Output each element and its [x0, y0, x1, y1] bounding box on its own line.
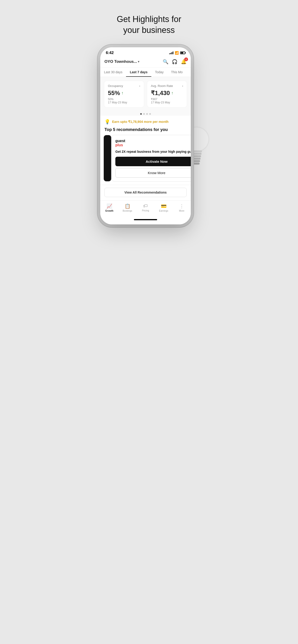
page-title: Get Highlights for your business [117, 14, 181, 36]
dot-1 [140, 113, 142, 115]
more-icon: ⋮ [179, 203, 184, 209]
notification-badge: 2 [184, 58, 188, 61]
pricing-icon: 🏷 [143, 203, 148, 209]
status-icons: 📶 [169, 51, 185, 55]
tab-today[interactable]: Today [151, 68, 167, 77]
growth-label: Growth [105, 210, 114, 212]
earnings-label: Earnings [159, 210, 168, 212]
phone-frame: 6:42 📶 OYO Townhous.. [100, 47, 191, 225]
bookings-label: Bookings [123, 210, 132, 212]
more-label: More [179, 210, 184, 212]
stats-cards-row: Occupancy › 55% ↑ 50% 17 May-23 May Avg.… [100, 77, 191, 111]
bookings-icon: 📋 [125, 203, 130, 209]
app-header: OYO Townhous... ▾ 🔍 🎧 🔔 2 [100, 57, 191, 68]
bottom-nav: 📈 Growth 📋 Bookings 🏷 Pricing 💳 Earnings… [100, 200, 191, 218]
guest-plus-card: guest plus Get 2X repeat business from y… [111, 135, 191, 182]
occupancy-compare: 50% 17 May-23 May [108, 98, 140, 104]
tab-last-30-days[interactable]: Last 30 days [100, 68, 126, 77]
status-time: 6:42 [106, 50, 114, 55]
avg-room-rate-card[interactable]: Avg. Room Rate › ₹1,430 ↑ ₹907 17 May-23… [147, 81, 187, 108]
earn-text: Earn upto ₹1,78,904 more per month [112, 120, 168, 124]
wifi-icon: 📶 [175, 51, 179, 55]
headset-icon[interactable]: 🎧 [172, 59, 178, 64]
hotel-name[interactable]: OYO Townhous... ▾ [104, 59, 139, 64]
pricing-label: Pricing [142, 209, 149, 212]
nav-bookings[interactable]: 📋 Bookings [118, 202, 136, 213]
earn-banner: 💡 Earn upto ₹1,78,904 more per month [100, 116, 191, 126]
avg-room-rate-trend-icon: ↑ [171, 91, 173, 96]
avg-room-rate-value: ₹1,430 ↑ [151, 90, 183, 97]
dot-4 [149, 113, 151, 115]
svg-rect-2 [191, 150, 202, 152]
bulb-small-icon: 💡 [104, 119, 110, 124]
battery-icon [180, 52, 185, 54]
rec-card-description: Get 2X repeat business from your high pa… [115, 150, 191, 154]
status-bar: 6:42 📶 [100, 47, 191, 57]
nav-earnings[interactable]: 💳 Earnings [155, 202, 173, 213]
carousel-dots [100, 111, 191, 116]
dropdown-arrow-icon: ▾ [138, 60, 139, 63]
activate-now-button[interactable]: Activate Now [115, 157, 191, 166]
plus-text: plus [115, 143, 123, 147]
bell-icon[interactable]: 🔔 2 [181, 59, 187, 64]
recommendations-title: Top 5 recommendations for you [100, 126, 191, 135]
tab-last-7-days[interactable]: Last 7 days [126, 68, 151, 77]
avg-room-rate-compare: ₹907 17 May-23 May [151, 98, 183, 104]
dot-2 [143, 113, 145, 115]
chevron-right-icon: › [139, 84, 140, 88]
nav-growth[interactable]: 📈 Growth [100, 202, 118, 213]
occupancy-trend-icon: ↑ [121, 91, 123, 96]
avg-room-rate-header: Avg. Room Rate › [151, 84, 183, 88]
dot-3 [146, 113, 148, 115]
nav-pricing[interactable]: 🏷 Pricing [136, 202, 155, 213]
growth-icon: 📈 [107, 203, 112, 209]
svg-rect-3 [192, 153, 201, 154]
rec-cards-row: guest plus Get 2X repeat business from y… [100, 135, 191, 185]
home-indicator [134, 219, 157, 220]
header-icons: 🔍 🎧 🔔 2 [163, 59, 187, 64]
svg-rect-5 [193, 158, 200, 160]
tabs-row: Last 30 days Last 7 days Today This Mo [100, 68, 191, 77]
guest-text: guest [115, 139, 125, 143]
signal-icon [169, 52, 173, 54]
svg-rect-4 [192, 155, 201, 157]
nav-more[interactable]: ⋮ More [173, 202, 191, 213]
occupancy-card[interactable]: Occupancy › 55% ↑ 50% 17 May-23 May [104, 81, 144, 108]
occupancy-value: 55% ↑ [108, 90, 140, 97]
earnings-icon: 💳 [161, 203, 167, 209]
chevron-right-icon: › [182, 84, 183, 88]
phone-container: 6:42 📶 OYO Townhous.. [100, 47, 198, 225]
guest-plus-logo: guest plus [115, 139, 191, 147]
view-all-button[interactable]: View All Recommendations [104, 188, 187, 197]
view-all-row: View All Recommendations [100, 185, 191, 200]
occupancy-header: Occupancy › [108, 84, 140, 88]
know-more-button[interactable]: Know More [115, 168, 191, 178]
page-wrapper: Get Highlights for your business 6:42 [75, 0, 223, 243]
svg-rect-6 [193, 160, 200, 162]
rec-card-partial-left [104, 135, 111, 182]
svg-rect-7 [194, 162, 199, 164]
search-icon[interactable]: 🔍 [163, 59, 168, 64]
tab-this-month[interactable]: This Mo [167, 68, 186, 77]
